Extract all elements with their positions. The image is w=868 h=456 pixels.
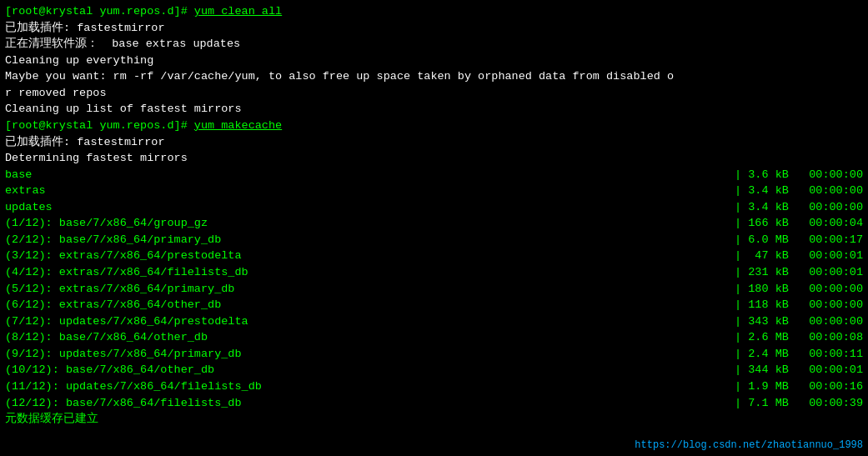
row-right: | 3.4 kB 00:00:00 [735, 199, 863, 216]
terminal-line: (5/12): extras/7/x86_64/primary_db| 180 … [5, 281, 863, 298]
terminal-line: Cleaning up everything [5, 53, 863, 69]
terminal-line: (7/12): updates/7/x86_64/prestodelta| 34… [5, 313, 863, 330]
terminal-line: r removed repos [5, 85, 863, 102]
terminal-line: (2/12): base/7/x86_64/primary_db| 6.0 MB… [5, 232, 863, 248]
terminal-line: (10/12): base/7/x86_64/other_db| 344 kB … [5, 362, 863, 378]
row-left: (6/12): extras/7/x86_64/other_db [5, 297, 221, 313]
terminal-line: updates| 3.4 kB 00:00:00 [5, 199, 863, 216]
row-right: | 166 kB 00:00:04 [735, 215, 863, 232]
terminal-line: (6/12): extras/7/x86_64/other_db| 118 kB… [5, 297, 863, 313]
terminal-line: 已加载插件: fastestmirror [5, 134, 863, 151]
command-text: yum clean all [194, 5, 282, 18]
row-left: extras [5, 183, 46, 199]
terminal-line: Cleaning up list of fastest mirrors [5, 101, 863, 118]
terminal-line: (3/12): extras/7/x86_64/prestodelta| 47 … [5, 248, 863, 264]
row-right: | 344 kB 00:00:01 [735, 362, 863, 378]
terminal-line: 已加载插件: fastestmirror [5, 20, 863, 37]
watermark: https://blog.csdn.net/zhaotiannuo_1998 [635, 438, 863, 453]
row-left: (9/12): updates/7/x86_64/primary_db [5, 346, 242, 363]
prompt-text: [root@krystal yum.repos.d]# [5, 5, 194, 18]
terminal-line: (9/12): updates/7/x86_64/primary_db| 2.4… [5, 346, 863, 363]
row-left: updates [5, 199, 53, 216]
row-right: | 6.0 MB 00:00:17 [735, 232, 863, 248]
row-left: (1/12): base/7/x86_64/group_gz [5, 215, 208, 232]
row-right: | 3.6 kB 00:00:00 [735, 167, 863, 183]
terminal-line: Maybe you want: rm -rf /var/cache/yum, t… [5, 68, 863, 85]
row-right: | 7.1 MB 00:00:39 [735, 395, 863, 412]
row-right: | 1.9 MB 00:00:16 [735, 378, 863, 395]
row-right: | 2.4 MB 00:00:11 [735, 346, 863, 363]
row-left: (5/12): extras/7/x86_64/primary_db [5, 281, 234, 298]
terminal-line: Determining fastest mirrors [5, 150, 863, 167]
row-right: | 231 kB 00:00:01 [735, 264, 863, 281]
terminal-line: (12/12): base/7/x86_64/filelists_db| 7.1… [5, 395, 863, 412]
row-left: (7/12): updates/7/x86_64/prestodelta [5, 313, 248, 330]
terminal-line: (4/12): extras/7/x86_64/filelists_db| 23… [5, 264, 863, 281]
terminal-window: [root@krystal yum.repos.d]# yum clean al… [0, 0, 868, 456]
row-left: (8/12): base/7/x86_64/other_db [5, 329, 208, 346]
prompt-text: [root@krystal yum.repos.d]# [5, 119, 194, 132]
command-text: yum makecache [194, 119, 282, 132]
row-left: (10/12): base/7/x86_64/other_db [5, 362, 214, 378]
row-right: | 3.4 kB 00:00:00 [735, 183, 863, 199]
row-right: | 343 kB 00:00:00 [735, 313, 863, 330]
terminal-line: extras| 3.4 kB 00:00:00 [5, 183, 863, 199]
row-left: (12/12): base/7/x86_64/filelists_db [5, 395, 242, 412]
row-right: | 47 kB 00:00:01 [735, 248, 863, 264]
terminal-line: base| 3.6 kB 00:00:00 [5, 167, 863, 183]
terminal-line: 元数据缓存已建立 [5, 411, 863, 428]
row-left: (11/12): updates/7/x86_64/filelists_db [5, 378, 262, 395]
terminal-line: [root@krystal yum.repos.d]# yum clean al… [5, 3, 863, 20]
row-right: | 180 kB 00:00:00 [735, 281, 863, 298]
terminal-line: (8/12): base/7/x86_64/other_db| 2.6 MB 0… [5, 329, 863, 346]
row-left: base [5, 167, 32, 183]
terminal-line: [root@krystal yum.repos.d]# yum makecach… [5, 118, 863, 134]
terminal-line: 正在清理软件源： base extras updates [5, 36, 863, 53]
row-right: | 2.6 MB 00:00:08 [735, 329, 863, 346]
row-left: (3/12): extras/7/x86_64/prestodelta [5, 248, 242, 264]
terminal-line: (11/12): updates/7/x86_64/filelists_db| … [5, 378, 863, 395]
row-right: | 118 kB 00:00:00 [735, 297, 863, 313]
terminal-line: (1/12): base/7/x86_64/group_gz| 166 kB 0… [5, 215, 863, 232]
row-left: (2/12): base/7/x86_64/primary_db [5, 232, 221, 248]
row-left: (4/12): extras/7/x86_64/filelists_db [5, 264, 248, 281]
